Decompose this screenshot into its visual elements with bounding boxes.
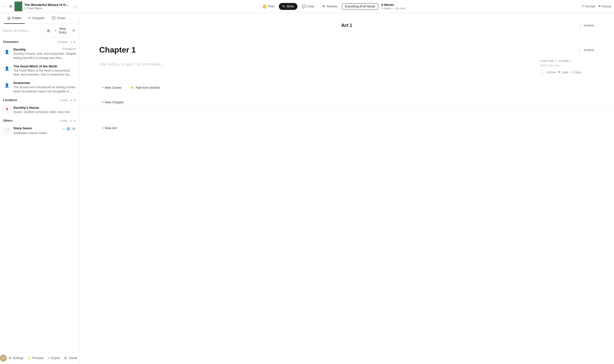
- search-input[interactable]: [2, 29, 44, 32]
- characters-section-header: Characters 3 entries + ∧: [0, 37, 79, 45]
- tab-snippets[interactable]: ✏ Snippets: [25, 13, 48, 24]
- good-witch-text: The Good Witch of the North The Good Wit…: [13, 64, 76, 77]
- tab-codex[interactable]: 🕮 Codex: [4, 13, 25, 24]
- chapter1-actions-button[interactable]: Actions: [583, 48, 594, 52]
- dorothy-text: Dorothy Protagonist Dorothy is brave, ki…: [13, 47, 76, 60]
- scene-summary-placeholder[interactable]: Add summary...: [540, 63, 594, 67]
- new-act-row: + New Act: [79, 125, 614, 141]
- scene-actions-button[interactable]: Actions: [546, 71, 556, 74]
- scene1-content: Start writing, or type '/' for commands.…: [99, 59, 594, 75]
- chats-icon: 💬: [52, 16, 56, 20]
- filter-button[interactable]: ▦: [46, 28, 51, 33]
- chat-nav-button[interactable]: 💬 Chat: [298, 3, 318, 10]
- new-entry-button[interactable]: + New Entry: [53, 26, 69, 35]
- word-count-area: 0 Words 0 pages — 0m read: [381, 3, 405, 10]
- scarecrow-name: Scarecrow: [13, 81, 30, 85]
- others-title: Others: [3, 119, 59, 122]
- new-chapter-plus-icon: +: [102, 100, 104, 104]
- character-dorothy[interactable]: 👤 Dorothy Protagonist Dorothy is brave, …: [0, 45, 79, 62]
- sidebar-collapse-button[interactable]: →|: [72, 4, 76, 8]
- eye-slash-icon: 👁︎: [63, 127, 65, 131]
- saved-footer-button[interactable]: ☕ Saved: [62, 355, 79, 361]
- character-scarecrow[interactable]: 👤 Scarecrow The Scarecrow is introduced …: [0, 79, 79, 96]
- chapter1-actions-area: ⋮ Actions: [578, 47, 594, 53]
- locations-title: Locations: [3, 98, 59, 102]
- new-act-button[interactable]: + New Act: [99, 125, 119, 131]
- dorothy-desc: Dorothy is brave, kind, and resourceful.…: [13, 52, 76, 60]
- new-act-plus-icon: +: [102, 126, 104, 130]
- characters-title: Characters: [3, 40, 57, 44]
- act1-header: Act 1 ⋮ Actions: [99, 23, 594, 28]
- codex-settings-button[interactable]: ⚙: [71, 28, 77, 33]
- new-chapter-button[interactable]: + New Chapter: [99, 99, 126, 106]
- act1-dots-icon: ⋮: [578, 23, 582, 28]
- export-icon: ↗: [47, 356, 50, 360]
- scene-label-button[interactable]: ⚑ Label: [558, 71, 568, 74]
- story-genre-avatar: 📄: [3, 127, 11, 135]
- dorothy-role: Protagonist: [62, 47, 76, 50]
- user-avatar[interactable]: U: [0, 355, 7, 362]
- scarecrow-desc: The Scarecrow is introduced as lacking a…: [13, 85, 76, 94]
- new-scene-button[interactable]: + New Scene: [99, 84, 124, 91]
- act1-actions-button[interactable]: Actions: [583, 24, 594, 27]
- sidebar-content: Characters 3 entries + ∧ 👤 Dorothy Prota…: [0, 37, 79, 352]
- codex-icon: 🕮: [7, 16, 11, 20]
- sidebar-footer: U ⚙ Settings ✨ Prompts ↗ Export ☕ Saved: [0, 352, 79, 364]
- add-from-archive-button[interactable]: 📁 Add from Archive: [128, 84, 162, 91]
- sidebar-search-bar: ▦ + New Entry ⚙: [0, 24, 79, 37]
- chapter1-header: Chapter 1 ⋮ Actions: [99, 45, 594, 55]
- scarecrow-text: Scarecrow The Scarecrow is introduced as…: [13, 81, 76, 94]
- focus-button[interactable]: 👁 Focus: [598, 4, 611, 8]
- scene-placeholder[interactable]: Start writing, or type '/' for commands.…: [99, 59, 530, 69]
- others-section-header: Others 1 entry + ∧: [0, 116, 79, 124]
- other-story-genre[interactable]: 📄 Story Genre 👁︎ 🌐 AI hardboiled science…: [0, 124, 79, 137]
- top-bar-right: T​​ Format 👁 Focus: [582, 4, 611, 8]
- sidebar-tabs: 🕮 Codex ✏ Snippets 💬 Chats: [0, 13, 79, 24]
- review-nav-button[interactable]: 👁 Review: [319, 3, 341, 10]
- dorothy-name: Dorothy: [13, 48, 26, 51]
- good-witch-name: The Good Witch of the North: [13, 64, 57, 68]
- locations-add-button[interactable]: +: [70, 98, 73, 103]
- others-collapse-button[interactable]: ∧: [73, 118, 76, 123]
- back-button[interactable]: ←: [3, 3, 7, 10]
- book-author: L. Frank Baum: [24, 7, 69, 10]
- format-button[interactable]: T​​ Format: [582, 4, 595, 8]
- act2-area: [79, 110, 614, 125]
- location-dorothys-house[interactable]: 📍 Dorothy's House Quaint, southern ameri…: [0, 104, 79, 116]
- codex-plus-icon: +: [571, 71, 572, 74]
- write-nav-button[interactable]: ✎ Write: [279, 3, 297, 10]
- character-good-witch[interactable]: 👤 The Good Witch of the North The Good W…: [0, 62, 79, 79]
- act1-container: Act 1 ⋮ Actions: [79, 13, 614, 40]
- act1-title: Act 1: [341, 23, 352, 28]
- scene-codex-button[interactable]: + Codex: [571, 71, 582, 74]
- dorothys-house-text: Dorothy's House Quaint, southern america…: [13, 106, 76, 114]
- review-icon: 👁: [322, 4, 325, 8]
- tab-chats[interactable]: 💬 Chats: [48, 13, 69, 24]
- dorothys-house-desc: Quaint, southern american vibes, blue ro…: [13, 110, 76, 114]
- plan-nav-button[interactable]: 📒 Plan: [259, 3, 278, 10]
- good-witch-avatar: 👤: [3, 65, 11, 73]
- book-title-area: The Wonderful Wizard of Oz... L. Frank B…: [24, 3, 69, 10]
- dorothys-house-name: Dorothy's House: [13, 106, 39, 110]
- story-genre-name: Story Genre: [13, 126, 32, 130]
- drag-handle: ⋮: [79, 4, 83, 9]
- chapter1-container: Chapter 1 ⋮ Actions Start writing, or ty…: [79, 40, 614, 80]
- scene1-label: CHAPTER 1 - SCENE 1: [540, 59, 594, 62]
- act1-actions: ⋮ Actions: [578, 23, 594, 28]
- word-count: 0 Words: [381, 3, 394, 7]
- scene-editor: Start writing, or type '/' for commands.…: [99, 59, 530, 75]
- locations-collapse-button[interactable]: ∧: [73, 98, 76, 103]
- characters-add-button[interactable]: +: [70, 39, 73, 44]
- others-add-button[interactable]: +: [70, 118, 73, 123]
- settings-footer-button[interactable]: ⚙ Settings: [7, 355, 25, 361]
- novel-selector-button[interactable]: Everything (Full Novel): [342, 3, 378, 10]
- export-footer-button[interactable]: ↗ Export: [45, 355, 62, 361]
- sidebar: 🕮 Codex ✏ Snippets 💬 Chats ▦ + New Entry…: [0, 13, 79, 364]
- prompts-footer-button[interactable]: ✨ Prompts: [26, 355, 46, 361]
- characters-collapse-button[interactable]: ∧: [73, 39, 76, 44]
- main-content: Act 1 ⋮ Actions Chapter 1 ⋮ Actions: [79, 13, 614, 364]
- new-scene-plus-icon: +: [102, 86, 104, 89]
- saved-icon: ☕: [64, 356, 67, 360]
- settings-gear-button[interactable]: ⚙: [9, 3, 12, 10]
- scene-meta-actions: ⋮ Actions ⚑ Label + Codex: [540, 70, 594, 75]
